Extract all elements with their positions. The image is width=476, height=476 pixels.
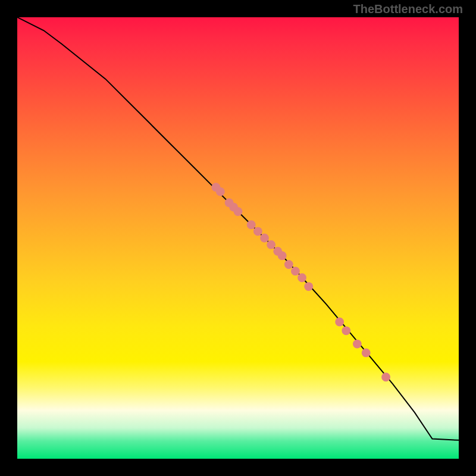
data-point (216, 187, 225, 196)
data-point (278, 251, 287, 260)
data-point (342, 326, 350, 335)
data-point (267, 240, 275, 249)
chart-plot-area (17, 17, 459, 459)
data-point (362, 349, 371, 358)
data-point (234, 207, 243, 216)
watermark-text: TheBottleneck.com (353, 2, 463, 16)
data-point (304, 282, 313, 291)
data-point (253, 227, 262, 236)
data-point (247, 220, 256, 229)
data-point (381, 372, 390, 381)
data-point (291, 267, 300, 275)
data-point (298, 273, 306, 282)
data-point (284, 260, 293, 269)
chart-points (17, 17, 459, 459)
data-point (335, 318, 344, 327)
data-point (353, 340, 362, 349)
data-point (260, 234, 269, 243)
